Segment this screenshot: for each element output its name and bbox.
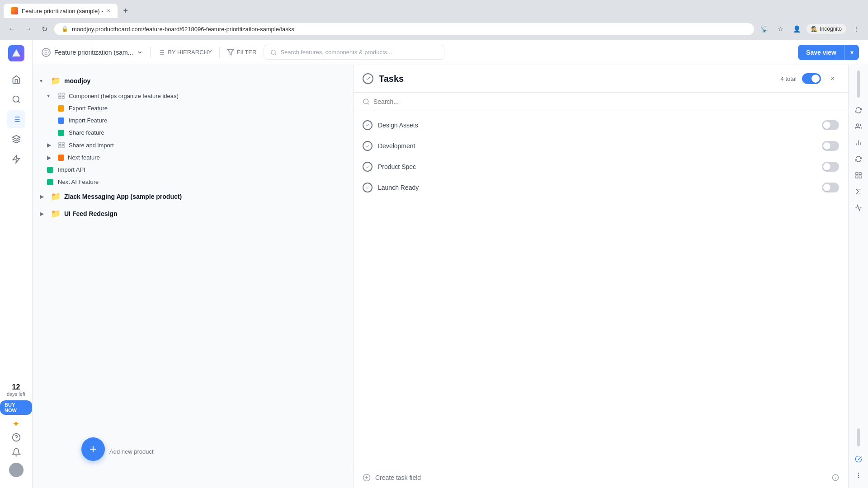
svg-line-2 [18, 101, 19, 103]
task-toggle-knob-development [823, 142, 830, 150]
zlack-folder-icon: 📁 [51, 192, 61, 202]
right-icon-sigma[interactable] [851, 184, 866, 199]
zlack-chevron-icon: ▶ [40, 193, 47, 200]
add-icon: + [90, 442, 97, 456]
right-icon-check-circle[interactable] [851, 452, 866, 466]
import-api-dot [47, 167, 53, 173]
view-icon [42, 48, 51, 57]
tasks-title: Tasks [379, 74, 775, 84]
next-ai-row[interactable]: Next AI Feature [33, 176, 353, 188]
help-icon[interactable] [12, 433, 21, 444]
bookmark-icon[interactable]: ☆ [774, 23, 787, 35]
right-icon-refresh[interactable] [851, 152, 866, 166]
task-item-development[interactable]: Development [354, 136, 848, 156]
menu-dots-icon[interactable]: ⋮ [850, 23, 863, 35]
root-section-row[interactable]: ▾ 📁 moodjoy [33, 72, 353, 89]
cast-icon[interactable]: 📡 [758, 23, 770, 35]
create-task-button[interactable]: Create task field [375, 474, 421, 481]
hierarchy-button[interactable]: BY HIERARCHY [158, 49, 212, 56]
svg-point-49 [858, 477, 859, 478]
right-icon-chart[interactable] [851, 136, 866, 150]
task-toggle-launch-ready[interactable] [822, 183, 839, 192]
right-icon-activity[interactable] [851, 201, 866, 215]
new-tab-button[interactable]: + [119, 5, 132, 17]
task-item-launch-ready[interactable]: Launch Ready [354, 177, 848, 198]
svg-point-47 [858, 473, 859, 474]
tasks-search-input[interactable] [373, 98, 839, 105]
task-check-launch-ready [363, 183, 373, 192]
component-section-row[interactable]: ▾ Component (helps organize feature idea… [33, 89, 353, 102]
tasks-count: 4 total [781, 75, 797, 82]
ui-feed-folder-icon: 📁 [51, 209, 61, 219]
active-tab[interactable]: Feature prioritization (sample) - × [4, 4, 118, 18]
task-toggle-design-assets[interactable] [822, 120, 839, 130]
svg-line-22 [275, 53, 276, 55]
task-name-development: Development [378, 142, 816, 150]
right-icon-sync[interactable] [851, 103, 866, 117]
root-section-title: moodjoy [64, 77, 90, 84]
tasks-master-toggle-knob [811, 75, 820, 83]
feature-row-export[interactable]: Export Feature [33, 102, 353, 114]
component-title: Component (helps organize feature ideas) [69, 93, 179, 99]
reload-button[interactable]: ↻ [38, 23, 51, 35]
svg-rect-23 [59, 93, 61, 95]
search-icon [270, 49, 277, 56]
tab-close-button[interactable]: × [107, 8, 110, 14]
buy-now-button[interactable]: BUY NOW [0, 400, 32, 415]
feature-row-share[interactable]: Share feature [33, 127, 353, 139]
tab-title: Feature prioritization (sample) - [22, 8, 104, 14]
svg-rect-44 [859, 173, 861, 175]
address-bar[interactable]: 🔒 moodjoy.productboard.com/feature-board… [54, 23, 754, 35]
task-toggle-product-spec[interactable] [822, 162, 839, 172]
add-button[interactable]: + [81, 437, 105, 461]
svg-rect-25 [62, 96, 64, 99]
share-import-title: Share and import [69, 142, 114, 149]
import-api-row[interactable]: Import API [33, 164, 353, 176]
home-icon[interactable] [7, 70, 25, 89]
list-nav-icon[interactable] [7, 110, 25, 128]
lightning-nav-icon[interactable] [7, 150, 25, 168]
right-icon-users[interactable] [851, 119, 866, 134]
task-name-product-spec: Product Spec [378, 163, 816, 170]
task-item-product-spec[interactable]: Product Spec [354, 156, 848, 177]
forward-button[interactable]: → [22, 23, 34, 35]
task-toggle-development[interactable] [822, 141, 839, 151]
svg-point-21 [271, 50, 275, 54]
tasks-close-button[interactable]: × [826, 72, 839, 85]
add-product-text: Add new product [109, 448, 154, 455]
feature-row-import[interactable]: Import Feature [33, 114, 353, 127]
back-button[interactable]: ← [5, 23, 18, 35]
profile-icon[interactable]: 👤 [790, 23, 803, 35]
create-task-plus-icon [363, 474, 371, 482]
svg-rect-43 [856, 173, 858, 175]
ui-feed-section-row[interactable]: ▶ 📁 UI Feed Redesign [33, 205, 353, 222]
search-nav-icon[interactable] [7, 90, 25, 108]
next-feature-row[interactable]: ▶ Next feature [33, 151, 353, 164]
info-icon[interactable] [832, 474, 839, 481]
save-view-dropdown-button[interactable]: ▾ [844, 45, 859, 60]
bell-icon[interactable] [12, 448, 21, 459]
save-view-container: Save view ▾ [798, 45, 859, 60]
layers-nav-icon[interactable] [7, 130, 25, 148]
export-feature-name: Export Feature [69, 105, 108, 112]
filter-button[interactable]: FILTER [227, 49, 257, 56]
incognito-button[interactable]: 🕵️ Incognito [807, 24, 846, 34]
browser-navigation: ← → ↻ 🔒 moodjoy.productboard.com/feature… [0, 18, 868, 40]
search-bar[interactable]: Search features, components & products..… [264, 45, 444, 60]
share-feature-name: Share feature [69, 129, 104, 136]
task-check-development [363, 141, 373, 151]
share-import-row[interactable]: ▶ Share and import [33, 139, 353, 151]
tasks-search-bar[interactable] [354, 93, 848, 111]
save-view-button[interactable]: Save view [798, 45, 844, 60]
view-selector[interactable]: Feature prioritization (sam... [42, 48, 143, 57]
tasks-master-toggle[interactable] [802, 73, 821, 84]
right-icon-grid[interactable] [851, 168, 866, 183]
zlack-section-row[interactable]: ▶ 📁 Zlack Messaging App (sample product) [33, 188, 353, 205]
import-api-name: Import API [58, 166, 85, 173]
right-icon-more[interactable] [851, 468, 866, 483]
main-content: Feature prioritization (sam... BY HIERAR… [33, 40, 868, 488]
task-item-design-assets[interactable]: Design Assets [354, 115, 848, 136]
user-avatar[interactable] [9, 463, 24, 477]
days-label: days left [7, 391, 25, 397]
svg-point-31 [363, 99, 368, 104]
